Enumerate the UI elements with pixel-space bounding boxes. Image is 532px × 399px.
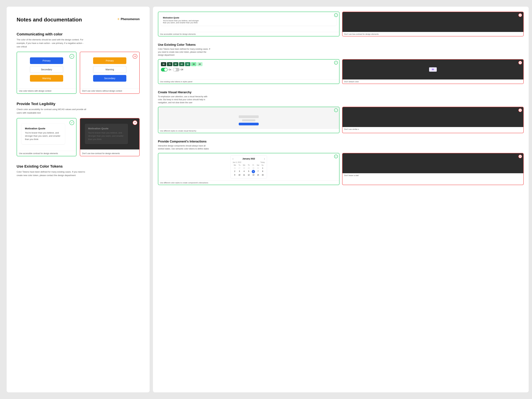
side-motivation-body-2: than you seem, and smarter than you thin… <box>163 22 335 24</box>
cal-day-12[interactable]: 12 <box>247 174 251 176</box>
calendar-mini: ‹ January 2022 › Jan 6, 2022 Today Mo Tu <box>230 155 267 178</box>
legibility-desc: Check color accessibility for contrast u… <box>17 108 86 115</box>
cal-day-3[interactable]: 3 <box>237 170 241 173</box>
communicating-good-card: Primary Secondary Warning ✓ Use color to… <box>17 52 76 94</box>
side-color-tokens-row: 80 70 60 60 90 30 20 On <box>158 59 524 84</box>
cal-day-8[interactable]: 8 <box>260 170 265 173</box>
section-color-tokens: Use Existing Color Tokens Color Tokens h… <box>17 164 140 177</box>
legibility-good-badge: ✓ <box>70 120 74 125</box>
cal-day-2[interactable]: 2 <box>233 170 237 173</box>
toggle-on-group[interactable]: On <box>161 68 171 71</box>
header-row: Notes and documentation ✳ Phenomenon <box>17 17 140 24</box>
cal-day-30[interactable]: 30 <box>251 167 255 170</box>
motivation-bad-title: Motivation Quote <box>88 127 125 130</box>
motivation-good-body: You're braver than you believe, and stro… <box>25 131 62 141</box>
toggle-off-switch[interactable] <box>173 68 180 71</box>
side-tokens-good-label: Use existing color tokens in styles pane… <box>158 79 339 84</box>
side-hierarchy-row: ✓ Use different styles to create visual … <box>158 107 524 133</box>
legibility-good-label: Use accessible contrast for design eleme… <box>17 151 76 156</box>
motivation-card-good: Motivation Quote You're braver than you … <box>22 124 65 144</box>
hierarchy-bad-badge: ✕ <box>518 108 522 112</box>
side-hierarchy-bad-inner <box>342 107 523 127</box>
side-hierarchy-good-label: Use different styles to create visual hi… <box>158 129 339 133</box>
side-legibility-row: Motivation Quote You're braver than you … <box>158 12 524 36</box>
cal-day-10[interactable]: 10 <box>237 174 241 176</box>
cal-day-15[interactable]: 15 <box>260 174 265 176</box>
cal-day-11[interactable]: 11 <box>242 174 246 176</box>
primary-button-good[interactable]: Primary <box>30 57 63 64</box>
warning-button-good[interactable]: Warning <box>30 75 63 82</box>
cal-day-28[interactable]: 28 <box>242 167 246 170</box>
side-legibility-bad-label: Don't use low-contrast for design elemen… <box>342 32 523 36</box>
legibility-bad-label: Don't use low-contrast for design elemen… <box>80 151 139 156</box>
toggle-on-switch[interactable] <box>161 68 168 71</box>
side-interactions-good-inner: ‹ January 2022 › Jan 6, 2022 Today Mo Tu <box>158 153 339 181</box>
warning-button-bad[interactable]: Warning <box>93 66 126 73</box>
communicating-title: Communicating with color <box>17 32 140 36</box>
legibility-examples: Motivation Quote You're braver than you … <box>17 118 140 156</box>
side-hierarchy-bad: ✕ Don't use similar s <box>342 107 524 133</box>
cal-day-29[interactable]: 29 <box>247 167 251 170</box>
token-60a: 60 <box>173 62 178 66</box>
side-motivation-title: Motivation Quote <box>163 17 335 19</box>
side-legibility-bad: ✕ Don't use low-contrast for design elem… <box>342 12 524 36</box>
toggle-on-label: On <box>169 69 171 71</box>
hierarchy-btn[interactable] <box>239 123 259 125</box>
legibility-good-card: Motivation Quote You're braver than you … <box>17 118 76 156</box>
token-60b: 60 <box>179 62 184 66</box>
primary-button-bad[interactable]: Primary <box>93 57 126 64</box>
communicating-bad-label: Don't use color tokens without design co… <box>80 88 139 93</box>
cal-prev[interactable]: ‹ <box>233 158 234 160</box>
side-hierarchy-title: Create Visual Hierarchy <box>158 91 524 94</box>
secondary-button-bad[interactable]: Secondary <box>93 75 126 82</box>
communicating-examples: Primary Secondary Warning ✓ Use color to… <box>17 52 140 94</box>
token-row: 80 70 60 60 90 30 20 <box>161 62 336 66</box>
section-communicating: Communicating with color The color of th… <box>17 32 140 94</box>
hierarchy-good-badge: ✓ <box>334 108 338 112</box>
side-color-tokens-title: Use Existing Color Tokens <box>158 43 524 47</box>
token-70: 70 <box>167 62 172 66</box>
logo-area: ✳ Phenomenon <box>117 17 140 21</box>
cal-day-6-today[interactable]: 6 <box>252 170 255 173</box>
legibility-good-inner: Motivation Quote You're braver than you … <box>17 118 76 150</box>
side-interactions-bad-inner <box>342 153 523 173</box>
side-hierarchy-section: Create Visual Hierarchy To emphasize use… <box>158 91 524 133</box>
cal-day-4[interactable]: 4 <box>242 170 246 173</box>
toggle-off-label: Off <box>181 69 183 71</box>
section-legibility: Provide Text Legibility Check color acce… <box>17 102 140 156</box>
cal-day-31[interactable]: 31 <box>256 167 260 170</box>
cal-day-13[interactable]: 13 <box>251 174 255 176</box>
cal-day-1[interactable]: 1 <box>260 167 265 170</box>
token-30: 30 <box>191 62 196 66</box>
side-interactions-good: ‹ January 2022 › Jan 6, 2022 Today Mo Tu <box>158 153 340 185</box>
cal-day-9[interactable]: 9 <box>233 174 237 176</box>
motivation-good-title: Motivation Quote <box>25 127 62 130</box>
cal-next[interactable]: › <box>264 158 265 160</box>
side-legibility: Motivation Quote You're braver than you … <box>158 12 524 36</box>
cal-day-26[interactable]: 26 <box>233 167 237 170</box>
cal-day-27[interactable]: 27 <box>237 167 241 170</box>
motivation-card-bad: Motivation Quote You're braver than you … <box>85 124 128 144</box>
side-tokens-bad: 80 ✕ Don't detach color <box>342 59 524 84</box>
communicating-good-label: Use color tokens with design context <box>17 88 76 93</box>
side-tokens-good: 80 70 60 60 90 30 20 On <box>158 59 340 84</box>
cal-day-14[interactable]: 14 <box>256 174 260 176</box>
legibility-bad-card: Motivation Quote You're braver than you … <box>80 118 140 156</box>
placeholder-lg <box>239 115 259 118</box>
side-interactions-row: ‹ January 2022 › Jan 6, 2022 Today Mo Tu <box>158 153 524 185</box>
secondary-button-good[interactable]: Secondary <box>30 66 63 73</box>
communicating-bad-inner: Primary Warning Secondary <box>80 52 139 87</box>
interactions-good-badge: ✓ <box>334 155 338 158</box>
side-color-tokens-desc: Color Tokens have been defined for many … <box>158 48 211 57</box>
side-tokens-good-inner: 80 70 60 60 90 30 20 On <box>158 59 339 79</box>
cal-we: We <box>242 164 246 166</box>
cal-day-5[interactable]: 5 <box>247 170 251 173</box>
side-tokens-bad-label: Don't detach color <box>342 79 523 84</box>
logo-star-icon: ✳ <box>117 17 120 21</box>
side-motivation-mini: Motivation Quote You're braver than you … <box>161 15 336 25</box>
cal-header: ‹ January 2022 › <box>233 158 265 160</box>
toggle-off-group[interactable]: Off <box>173 68 183 71</box>
communicating-desc: The color of the elements should be used… <box>17 38 86 48</box>
toggle-row: On Off <box>161 68 336 71</box>
cal-day-7[interactable]: 7 <box>256 170 260 173</box>
